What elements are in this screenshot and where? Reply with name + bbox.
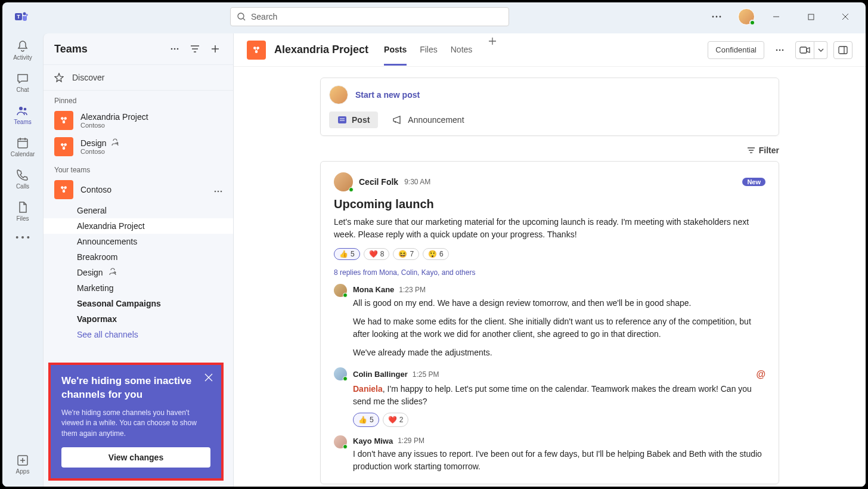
channel-avatar-icon <box>247 41 266 60</box>
pinned-team[interactable]: DesignContoso <box>44 134 233 160</box>
window-minimize-button[interactable] <box>763 8 789 26</box>
teams-logo: T <box>7 10 36 24</box>
reply-avatar[interactable] <box>334 367 347 380</box>
reaction-pill[interactable]: ❤️8 <box>364 248 390 260</box>
svg-point-21 <box>27 236 29 239</box>
create-team-button[interactable] <box>208 42 222 56</box>
rail-calendar[interactable]: Calendar <box>2 131 43 162</box>
pinned-team[interactable]: Alexandria ProjectContoso <box>44 107 233 134</box>
post-timestamp: 9:30 AM <box>404 178 430 186</box>
channel-item[interactable]: Marketing <box>44 280 233 296</box>
see-all-channels[interactable]: See all channels <box>44 327 233 342</box>
reaction-pill[interactable]: 👍5 <box>334 248 360 260</box>
rail-chat[interactable]: Chat <box>2 67 43 98</box>
reply: Kayo Miwa1:29 PM I don't have any issues… <box>334 435 765 473</box>
filter-button[interactable]: Filter <box>759 146 779 155</box>
reply-timestamp: 1:29 PM <box>398 435 424 446</box>
svg-point-7 <box>716 16 718 18</box>
channel-item[interactable]: Vapormax <box>44 311 233 327</box>
channel-item[interactable]: General <box>44 203 233 218</box>
new-badge: New <box>742 178 765 186</box>
shared-channel-icon <box>110 138 120 148</box>
discover-icon <box>54 73 64 82</box>
start-new-post[interactable]: Start a new post <box>355 90 420 100</box>
user-avatar <box>329 85 348 104</box>
rail-teams[interactable]: Teams <box>2 99 43 130</box>
svg-point-65 <box>779 49 781 51</box>
filter-icon[interactable] <box>188 42 202 56</box>
panel-title: Teams <box>54 43 162 55</box>
post-type-post[interactable]: Post <box>329 112 378 128</box>
author-avatar[interactable] <box>334 172 353 191</box>
reaction-pill[interactable]: 😲6 <box>423 248 449 260</box>
reply-avatar[interactable] <box>334 435 347 448</box>
reply-author[interactable]: Kayo Miwa <box>353 435 393 447</box>
svg-point-64 <box>776 49 778 51</box>
tab-posts[interactable]: Posts <box>384 34 407 66</box>
search-input[interactable]: Search <box>230 7 509 26</box>
rail-more[interactable] <box>2 228 43 247</box>
chat-icon <box>16 72 30 86</box>
add-tab-button[interactable] <box>485 34 500 48</box>
team-more-icon[interactable] <box>214 184 222 195</box>
rail-apps[interactable]: Apps <box>2 448 43 479</box>
svg-point-2 <box>23 13 26 16</box>
channel-item[interactable]: Alexandria Project <box>44 218 233 234</box>
channel-header: Alexandria Project Posts Files Notes Con… <box>234 33 866 67</box>
hidden-channels-callout: We're hiding some inactive channels for … <box>48 363 224 481</box>
calendar-icon <box>16 136 30 150</box>
svg-point-26 <box>174 48 176 50</box>
window-close-button[interactable] <box>832 8 858 26</box>
view-changes-button[interactable]: View changes <box>61 447 210 468</box>
more-button[interactable] <box>168 42 182 56</box>
reaction-pill[interactable]: ❤️2 <box>383 413 409 427</box>
open-pane-button[interactable] <box>833 41 852 59</box>
reaction-pill[interactable]: 😆7 <box>393 248 419 260</box>
channel-item[interactable]: Announcements <box>44 234 233 249</box>
reply-author[interactable]: Colin Ballinger <box>353 369 408 380</box>
channel-item[interactable]: Seasonal Campaigns <box>44 296 233 311</box>
reply-avatar[interactable] <box>334 284 347 297</box>
callout-title: We're hiding some inactive channels for … <box>61 375 210 402</box>
sensitivity-button[interactable]: Confidential <box>708 41 764 59</box>
reaction-pill[interactable]: 👍5 <box>353 413 379 427</box>
rail-files[interactable]: Files <box>2 196 43 227</box>
tab-notes[interactable]: Notes <box>451 34 473 66</box>
megaphone-icon <box>392 116 403 124</box>
channel-item[interactable]: Breakroom <box>44 249 233 265</box>
reply: Mona Kane1:23 PM All is good on my end. … <box>334 284 765 359</box>
post-card: Cecil Folk 9:30 AM New Upcoming launch L… <box>320 161 779 484</box>
search-icon <box>237 12 246 21</box>
window-maximize-button[interactable] <box>798 8 824 26</box>
callout-body: We're hiding some channels you haven't v… <box>61 408 210 439</box>
team-row[interactable]: Contoso <box>44 177 233 203</box>
meet-dropdown[interactable] <box>814 41 827 59</box>
svg-rect-10 <box>808 14 814 20</box>
rail-calls[interactable]: Calls <box>2 163 43 194</box>
presence-available-icon <box>349 187 354 192</box>
search-placeholder: Search <box>251 12 277 21</box>
post-body: Let's make sure that our marketing mater… <box>334 216 765 241</box>
discover-row[interactable]: Discover <box>44 64 233 91</box>
reply-author[interactable]: Mona Kane <box>353 284 394 296</box>
svg-point-27 <box>177 48 179 50</box>
user-avatar[interactable] <box>738 8 755 25</box>
mention[interactable]: Daniela <box>353 384 383 394</box>
tab-files[interactable]: Files <box>420 34 438 66</box>
more-options-icon[interactable] <box>703 8 730 26</box>
rail-activity[interactable]: Activity <box>2 35 43 66</box>
replies-link[interactable]: 8 replies from Mona, Colin, Kayo, and ot… <box>334 268 765 277</box>
more-icon[interactable] <box>770 41 789 59</box>
reply: Colin Ballinger1:25 PM@ Daniela, I'm hap… <box>334 367 765 427</box>
close-icon[interactable] <box>204 373 213 384</box>
channel-content: Alexandria Project Posts Files Notes Con… <box>234 33 866 487</box>
post-author[interactable]: Cecil Folk <box>359 177 398 187</box>
channel-item[interactable]: Design <box>44 265 233 280</box>
people-icon <box>16 104 30 118</box>
reply-timestamp: 1:23 PM <box>399 284 426 295</box>
pinned-section-label: Pinned <box>44 91 233 107</box>
svg-point-52 <box>218 191 219 193</box>
app-rail: Activity Chat Teams Calendar Calls Files <box>2 31 43 487</box>
post-type-announcement[interactable]: Announcement <box>384 112 472 128</box>
meet-button[interactable] <box>795 41 814 59</box>
